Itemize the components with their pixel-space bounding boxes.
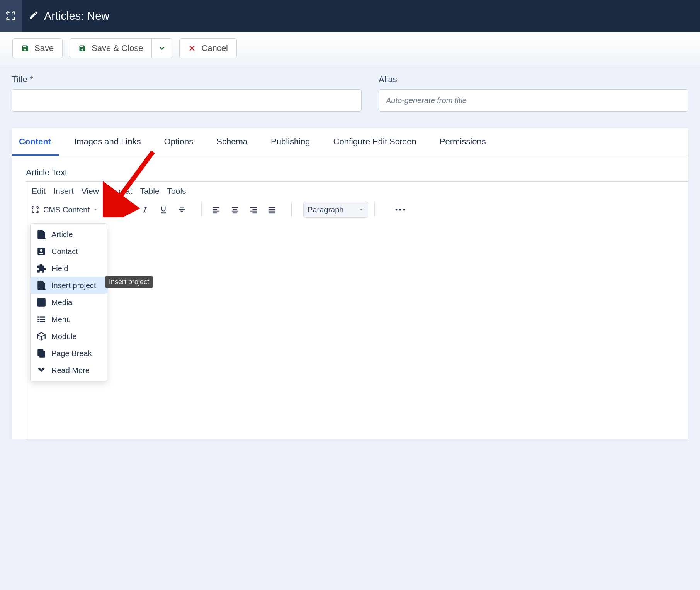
svg-point-7 (39, 300, 41, 302)
editor-menu-bar: Edit Insert View Format Table Tools (26, 182, 688, 200)
alias-input[interactable] (379, 89, 688, 112)
svg-point-33 (403, 209, 405, 211)
dropdown-contact[interactable]: Contact (31, 243, 107, 260)
menu-insert[interactable]: Insert (53, 186, 74, 196)
italic-button[interactable] (136, 201, 153, 218)
dropdown-item-label: Insert project (51, 281, 96, 290)
svg-rect-19 (232, 207, 238, 208)
tabs: Content Images and Links Options Schema … (12, 128, 688, 156)
alias-label: Alias (379, 75, 688, 85)
save-close-group: Save & Close (70, 38, 172, 58)
tabs-panel: Content Images and Links Options Schema … (12, 128, 688, 439)
cms-content-button[interactable]: CMS Content (30, 205, 100, 215)
chevron-down-icon (93, 205, 98, 214)
menu-view[interactable]: View (82, 186, 99, 196)
svg-rect-17 (213, 211, 220, 212)
dropdown-page-break[interactable]: Page Break (31, 345, 107, 362)
menu-format[interactable]: Format (107, 186, 133, 196)
svg-rect-27 (269, 207, 275, 208)
dropdown-media[interactable]: Media (31, 294, 107, 311)
menu-tools[interactable]: Tools (167, 186, 186, 196)
chevron-down-icon (358, 205, 364, 214)
svg-rect-25 (250, 211, 257, 212)
toolbar-separator (291, 202, 292, 217)
svg-rect-30 (269, 212, 275, 213)
dropdown-item-label: Page Break (51, 349, 92, 358)
svg-rect-10 (37, 319, 39, 320)
tab-images-links[interactable]: Images and Links (66, 128, 148, 156)
title-label: Title * (12, 75, 362, 85)
file-add-icon (36, 280, 47, 291)
chevron-down-bold-icon (36, 365, 47, 376)
pencil-icon (29, 10, 39, 22)
file-add-icon (36, 229, 47, 240)
align-center-button[interactable] (226, 201, 243, 218)
align-left-button[interactable] (208, 201, 225, 218)
save-button-label: Save (34, 43, 54, 53)
dropdown-item-label: Article (51, 230, 73, 239)
svg-rect-13 (40, 321, 45, 322)
underline-button[interactable] (155, 201, 172, 218)
more-options-button[interactable] (392, 201, 409, 218)
dropdown-field[interactable]: Field (31, 260, 107, 277)
dropdown-item-label: Media (51, 298, 72, 307)
save-close-button[interactable]: Save & Close (70, 38, 152, 58)
save-close-more-button[interactable] (152, 38, 172, 58)
tab-schema[interactable]: Schema (209, 128, 255, 156)
svg-point-31 (396, 209, 398, 211)
dropdown-read-more[interactable]: Read More (31, 362, 107, 379)
tab-publishing[interactable]: Publishing (263, 128, 318, 156)
dropdown-article[interactable]: Article (31, 226, 107, 243)
save-icon (21, 44, 29, 52)
strikethrough-button[interactable] (173, 201, 190, 218)
dropdown-module[interactable]: Module (31, 328, 107, 345)
cancel-button-label: Cancel (201, 43, 228, 53)
svg-rect-18 (213, 212, 217, 213)
svg-rect-8 (37, 316, 39, 317)
svg-rect-20 (233, 209, 237, 210)
editor-content-area[interactable] (26, 223, 688, 439)
bold-button[interactable] (118, 201, 135, 218)
dropdown-menu[interactable]: Menu (31, 311, 107, 328)
svg-rect-23 (250, 207, 257, 208)
svg-rect-26 (252, 212, 257, 213)
cancel-button[interactable]: Cancel (179, 38, 236, 58)
page-title: Articles: New (44, 10, 109, 22)
svg-rect-21 (232, 211, 238, 212)
tab-configure-edit-screen[interactable]: Configure Edit Screen (326, 128, 424, 156)
svg-rect-11 (40, 319, 45, 320)
align-right-button[interactable] (245, 201, 262, 218)
paragraph-select[interactable]: Paragraph (303, 202, 368, 218)
action-toolbar: Save Save & Close Cancel (0, 32, 700, 65)
tooltip: Insert project (105, 276, 153, 288)
svg-rect-22 (233, 212, 237, 213)
cms-content-label: CMS Content (43, 205, 90, 214)
svg-rect-9 (40, 316, 45, 317)
toolbar-separator (374, 202, 375, 217)
dropdown-insert-project[interactable]: Insert project (31, 277, 107, 294)
paragraph-select-label: Paragraph (308, 205, 343, 214)
contact-icon (36, 246, 47, 257)
dropdown-item-label: Read More (51, 366, 90, 375)
dropdown-item-label: Field (51, 264, 68, 273)
save-icon (78, 44, 86, 52)
menu-edit[interactable]: Edit (32, 186, 46, 196)
save-button[interactable]: Save (12, 38, 63, 58)
svg-rect-12 (37, 321, 39, 322)
list-icon (36, 314, 47, 325)
menu-table[interactable]: Table (140, 186, 159, 196)
joomla-logo[interactable] (0, 0, 22, 32)
tab-content[interactable]: Content (12, 128, 59, 156)
cube-icon (36, 331, 47, 342)
tab-options[interactable]: Options (156, 128, 201, 156)
tab-permissions[interactable]: Permissions (432, 128, 494, 156)
copy-icon (36, 348, 47, 359)
svg-rect-16 (213, 209, 217, 210)
close-icon (188, 44, 196, 52)
joomla-icon (30, 205, 40, 215)
puzzle-icon (36, 263, 47, 274)
title-input[interactable] (12, 89, 362, 112)
svg-rect-15 (213, 207, 220, 208)
align-justify-button[interactable] (263, 201, 280, 218)
dropdown-item-label: Menu (51, 315, 71, 324)
